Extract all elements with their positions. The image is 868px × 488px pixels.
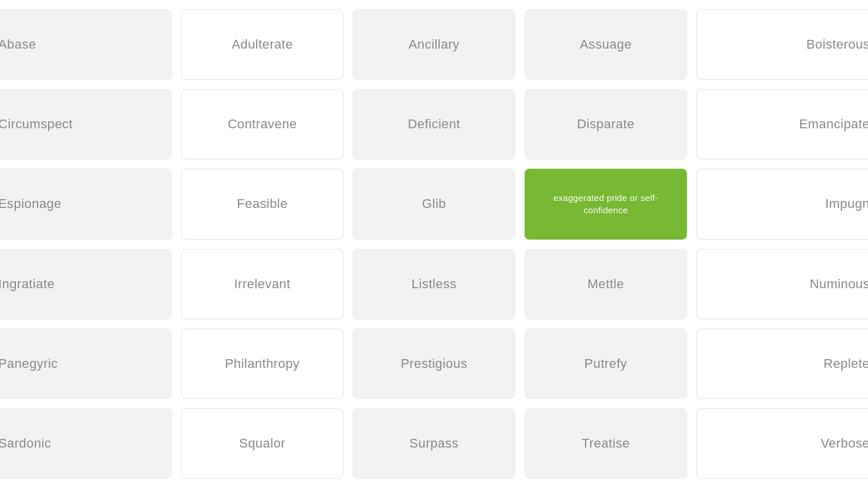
vocab-card-r5c4[interactable]: Verbose bbox=[696, 408, 868, 479]
vocab-card-r1c0[interactable]: Circumspect bbox=[0, 89, 172, 159]
vocab-card-r3c3[interactable]: Mettle bbox=[525, 249, 687, 319]
vocab-card-r5c1[interactable]: Squalor bbox=[181, 408, 343, 479]
vocab-card-r0c1[interactable]: Adulterate bbox=[181, 9, 343, 80]
vocab-card-r5c3[interactable]: Treatise bbox=[525, 408, 687, 479]
vocab-card-r4c3[interactable]: Putrefy bbox=[525, 329, 687, 399]
vocab-card-label: Feasible bbox=[237, 196, 288, 211]
vocab-card-label: Deficient bbox=[408, 117, 461, 132]
vocab-card-r2c3[interactable]: exaggerated pride or self-confidence bbox=[525, 169, 687, 239]
vocab-card-label: Abase bbox=[0, 37, 36, 52]
vocab-card-r1c4[interactable]: Emancipate bbox=[696, 89, 868, 159]
vocab-card-label: Circumspect bbox=[0, 117, 73, 132]
vocab-card-r2c0[interactable]: Espionage bbox=[0, 169, 172, 239]
vocab-card-label: exaggerated pride or self-confidence bbox=[534, 192, 678, 216]
vocab-card-label: Listless bbox=[411, 277, 457, 292]
vocab-card-label: Squalor bbox=[239, 436, 285, 451]
vocab-card-label: Treatise bbox=[581, 436, 629, 451]
vocab-card-label: Sardonic bbox=[0, 436, 51, 451]
vocab-card-r2c1[interactable]: Feasible bbox=[181, 169, 343, 239]
vocab-card-r1c2[interactable]: Deficient bbox=[353, 89, 515, 159]
vocab-card-label: Panegyric bbox=[0, 356, 58, 371]
vocab-card-label: Contravene bbox=[227, 117, 297, 132]
vocab-card-r0c3[interactable]: Assuage bbox=[525, 9, 687, 80]
vocab-card-label: Ancillary bbox=[409, 37, 459, 52]
vocab-card-r5c2[interactable]: Surpass bbox=[353, 408, 515, 479]
vocab-card-r4c4[interactable]: Replete bbox=[696, 329, 868, 399]
vocab-card-r4c1[interactable]: Philanthropy bbox=[181, 329, 343, 399]
vocab-card-r0c4[interactable]: Boisterous bbox=[696, 9, 868, 80]
vocab-card-r4c0[interactable]: Panegyric bbox=[0, 329, 172, 399]
vocab-card-label: Surpass bbox=[410, 436, 459, 451]
vocab-card-label: Boisterous bbox=[806, 37, 868, 52]
vocab-card-label: Verbose bbox=[821, 436, 868, 451]
vocab-card-label: Emancipate bbox=[799, 117, 868, 132]
vocab-card-label: Assuage bbox=[580, 37, 632, 52]
vocab-card-r0c2[interactable]: Ancillary bbox=[353, 9, 515, 80]
vocab-card-label: Putrefy bbox=[584, 356, 627, 371]
vocab-card-r2c4[interactable]: Impugn bbox=[696, 169, 868, 239]
vocab-card-label: Adulterate bbox=[232, 37, 293, 52]
vocab-card-label: Impugn bbox=[825, 196, 868, 211]
vocab-card-r3c1[interactable]: Irrelevant bbox=[181, 249, 343, 319]
vocab-card-r3c0[interactable]: Ingratiate bbox=[0, 249, 172, 319]
vocab-card-r3c4[interactable]: Numinous bbox=[696, 249, 868, 319]
vocab-card-label: Disparate bbox=[577, 117, 634, 132]
vocab-card-label: Mettle bbox=[587, 277, 624, 292]
vocab-card-r0c0[interactable]: Abase bbox=[0, 9, 172, 80]
vocab-card-label: Philanthropy bbox=[225, 356, 300, 371]
vocab-card-label: Espionage bbox=[0, 196, 62, 211]
vocab-card-r4c2[interactable]: Prestigious bbox=[353, 329, 515, 399]
vocab-card-r1c1[interactable]: Contravene bbox=[181, 89, 343, 159]
vocab-card-label: Irrelevant bbox=[234, 277, 290, 292]
vocab-card-label: Numinous bbox=[809, 277, 868, 292]
vocab-card-label: Prestigious bbox=[401, 356, 468, 371]
vocab-card-label: Replete bbox=[823, 356, 868, 371]
vocab-card-r5c0[interactable]: Sardonic bbox=[0, 408, 172, 479]
vocabulary-grid: AbaseAdulterateAncillaryAssuageBoisterou… bbox=[0, 0, 868, 488]
vocab-card-label: Ingratiate bbox=[0, 277, 55, 292]
vocab-card-r1c3[interactable]: Disparate bbox=[525, 89, 687, 159]
vocab-card-r2c2[interactable]: Glib bbox=[353, 169, 515, 239]
vocab-card-label: Glib bbox=[422, 196, 446, 211]
vocab-card-r3c2[interactable]: Listless bbox=[353, 249, 515, 319]
